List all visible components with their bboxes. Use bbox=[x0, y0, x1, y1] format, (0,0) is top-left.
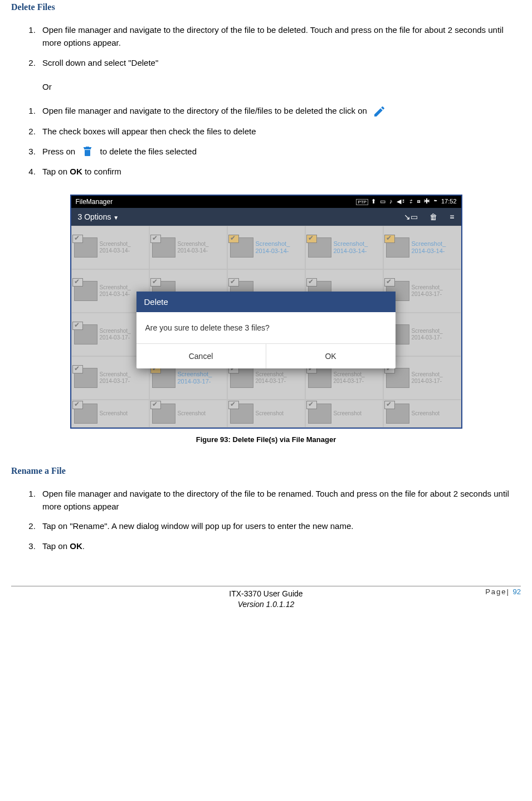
section-rename-title: Rename a File bbox=[11, 466, 521, 476]
file-cell[interactable]: Screenshot_2014-03-14- bbox=[149, 226, 227, 269]
delete-dialog: Delete Are you sure to delete these 3 fi… bbox=[136, 292, 396, 368]
figure-caption: Figure 93: Delete File(s) via File Manag… bbox=[11, 435, 521, 444]
step-b1: Open file manager and navigate to the di… bbox=[38, 104, 521, 118]
file-cell[interactable]: Screenshot_2014-03-14- bbox=[227, 226, 305, 269]
rename-s3-b: OK bbox=[70, 541, 82, 551]
rename-step-2: Tap on "Rename". A new dialog window wil… bbox=[38, 520, 521, 532]
toolbar-title: 3 Options bbox=[78, 212, 111, 221]
delete-steps-b: Open file manager and navigate to the di… bbox=[11, 104, 521, 178]
footer-rule bbox=[11, 586, 521, 586]
rename-steps: Open file manager and navigate to the di… bbox=[11, 487, 521, 552]
status-bar: FileManager PTP ⬆ ▭ ♪ ◀៖ ⇄ ▥ ✱ ☁ 17:52 bbox=[71, 196, 461, 208]
file-cell[interactable]: Screenshot_2014-03-14- bbox=[305, 226, 383, 269]
file-cell[interactable]: Screenshot bbox=[227, 400, 305, 428]
move-icon[interactable]: ↘▭ bbox=[404, 212, 418, 221]
screenshot-filemanager: FileManager PTP ⬆ ▭ ♪ ◀៖ ⇄ ▥ ✱ ☁ 17:52 3… bbox=[70, 195, 462, 429]
edit-icon bbox=[373, 105, 386, 118]
step-a1: Open file manager and navigate to the di… bbox=[38, 23, 521, 50]
file-cell[interactable]: Screenshot bbox=[383, 400, 461, 428]
svg-rect-0 bbox=[84, 147, 91, 148]
file-cell[interactable]: Screenshot_2014-03-14- bbox=[71, 226, 149, 269]
toolbar-actions: ↘▭ 🗑 ≡ bbox=[394, 212, 455, 221]
step-b4-a: Tap on bbox=[42, 167, 70, 176]
ptp-icon: PTP bbox=[356, 199, 368, 205]
delete-icon[interactable]: 🗑 bbox=[429, 212, 437, 221]
or-text: Or bbox=[42, 80, 521, 93]
footer-line1: ITX-3370 User Guide bbox=[229, 589, 302, 598]
section-delete-title: Delete Files bbox=[11, 2, 521, 12]
step-b3-text-a: Press on bbox=[42, 147, 75, 156]
step-b3: Press on to delete the files selected bbox=[38, 144, 521, 158]
cancel-button[interactable]: Cancel bbox=[136, 344, 266, 368]
app-title: FileManager bbox=[76, 198, 113, 206]
ok-button[interactable]: OK bbox=[266, 344, 396, 368]
file-grid: Screenshot_2014-03-14- Screenshot_2014-0… bbox=[71, 226, 461, 428]
footer-line2: Version 1.0.1.12 bbox=[238, 600, 294, 609]
file-cell[interactable]: Screenshot bbox=[305, 400, 383, 428]
footer-center: ITX-3370 User Guide Version 1.0.1.12 bbox=[229, 589, 302, 610]
step-b1-text: Open file manager and navigate to the di… bbox=[42, 106, 367, 115]
rename-step-3: Tap on OK. bbox=[38, 540, 521, 552]
menu-icon[interactable]: ≡ bbox=[450, 212, 454, 221]
file-cell[interactable]: Screenshot bbox=[149, 400, 227, 428]
step-b2: The check boxes will appear then check t… bbox=[38, 125, 521, 138]
step-b3-text-b: to delete the files selected bbox=[100, 147, 197, 156]
rename-s3-a: Tap on bbox=[42, 541, 70, 551]
delete-steps-a: Open file manager and navigate to the di… bbox=[11, 23, 521, 69]
step-b4-b: OK bbox=[70, 167, 82, 176]
dialog-body: Are you sure to delete these 3 files? bbox=[136, 312, 396, 344]
figure-wrap: FileManager PTP ⬆ ▭ ♪ ◀៖ ⇄ ▥ ✱ ☁ 17:52 3… bbox=[11, 195, 521, 444]
file-cell[interactable]: Screenshot bbox=[71, 400, 149, 428]
rename-s3-c: . bbox=[82, 541, 85, 551]
footer: Page| 92 ITX-3370 User Guide Version 1.0… bbox=[11, 589, 521, 610]
page-number: Page| 92 bbox=[485, 588, 521, 596]
toolbar: 3 Options ▼ ↘▭ 🗑 ≡ bbox=[71, 208, 461, 226]
rename-step-1: Open file manager and navigate to the di… bbox=[38, 487, 521, 513]
step-b4: Tap on OK to confirm bbox=[38, 165, 521, 178]
step-a2: Scroll down and select "Delete" bbox=[38, 56, 521, 69]
dropdown-icon[interactable]: ▼ bbox=[113, 215, 119, 221]
time: 17:52 bbox=[441, 198, 457, 205]
file-cell[interactable]: Screenshot_2014-03-14- bbox=[383, 226, 461, 269]
step-b4-c: to confirm bbox=[82, 167, 121, 176]
trash-icon bbox=[81, 144, 94, 158]
dialog-title: Delete bbox=[136, 292, 396, 312]
status-icons: PTP ⬆ ▭ ♪ ◀៖ ⇄ ▥ ✱ ☁ 17:52 bbox=[356, 198, 456, 205]
